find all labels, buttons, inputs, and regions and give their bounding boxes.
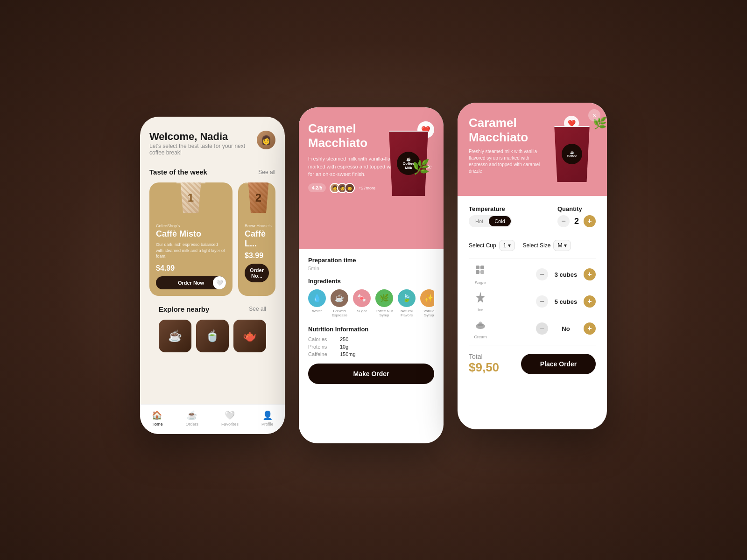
divider-1	[469, 235, 596, 235]
quantity-value: 2	[574, 217, 579, 226]
sugar-plus[interactable]: +	[584, 268, 596, 280]
espresso-icon: ☕	[331, 289, 348, 307]
qty-minus-btn[interactable]: −	[557, 215, 570, 227]
ing-vanilla: ✨ Vanilla Syrup	[420, 289, 434, 317]
explore-see-all[interactable]: See all	[249, 306, 266, 312]
make-order-button[interactable]: Make Order	[308, 364, 434, 384]
home-icon: 🏠	[152, 410, 162, 420]
natural-label: Natural Flavors	[398, 309, 416, 317]
svg-rect-3	[480, 270, 484, 274]
sugar-minus[interactable]: −	[536, 268, 548, 280]
sugar-icon: 🍬	[353, 289, 371, 307]
ing-toffee: 🌿 Toffee Nut Syrup	[375, 289, 393, 317]
nutrition-calories: Calories 250	[308, 336, 434, 342]
taste-week-title: Taste of the week	[149, 168, 207, 176]
card1-name: Caffè Misto	[156, 229, 226, 239]
reviewer-avatars: 👩 🧑 👨	[330, 183, 355, 193]
select-size-group: Select Size M ▾	[522, 240, 571, 251]
hot-btn[interactable]: Hot	[470, 216, 489, 226]
nav-favorites[interactable]: 🤍 Favorites	[221, 410, 239, 427]
select-size-label: Select Size	[522, 242, 550, 249]
nutrition-proteins: Proteins 10g	[308, 344, 434, 350]
explore-img-3[interactable]: 🫖	[233, 320, 266, 352]
sugar-ing-label: Sugar	[475, 280, 486, 285]
bottom-nav: 🏠 Home ☕ Orders 🤍 Favorites 👤 Profile	[140, 404, 285, 434]
ice-minus[interactable]: −	[536, 295, 548, 308]
ice-ingredient-icon	[474, 291, 487, 307]
taste-see-all[interactable]: See all	[258, 169, 275, 175]
cream-plus[interactable]: +	[584, 322, 596, 335]
svg-rect-1	[480, 266, 484, 269]
card1-desc: Our dark, rich espresso balanced with st…	[156, 242, 226, 259]
ing-water: 💧 Water	[308, 289, 326, 317]
vanilla-icon: ✨	[420, 289, 434, 307]
card2-price: $3.99	[245, 252, 269, 260]
cream-ing-label: Cream	[474, 335, 486, 339]
reviewer-more: +27more	[359, 186, 375, 190]
toffee-icon: 🌿	[375, 289, 393, 307]
select-cup-box[interactable]: 1 ▾	[499, 240, 515, 251]
prep-time: 5min	[308, 266, 434, 271]
avatar[interactable]: 👩	[257, 131, 275, 149]
nav-orders[interactable]: ☕ Orders	[185, 410, 198, 427]
proteins-key: Proteins	[308, 344, 336, 350]
card1-shop: CofeeShop's	[156, 224, 226, 228]
phone-home: Welcome, Nadia Let's select the best tas…	[140, 117, 285, 434]
reviewer-3: 👨	[345, 183, 355, 193]
leaves: 🌿	[412, 159, 430, 175]
temperature-section: Temperature Hot Cold	[469, 205, 512, 227]
card2-order[interactable]: Order No...	[245, 264, 269, 282]
toffee-label: Toffee Nut Syrup	[375, 309, 393, 317]
proteins-val: 10g	[340, 344, 348, 350]
card2-name: Caffè L...	[245, 229, 269, 249]
temp-toggle[interactable]: Hot Cold	[469, 215, 512, 227]
quantity-control: − 2 +	[557, 215, 596, 227]
taste-card-1[interactable]: 1 CofeeShop's Caffè Misto Our dark, rich…	[149, 182, 233, 296]
explore-img-1[interactable]: ☕	[159, 320, 191, 352]
nav-orders-label: Orders	[185, 422, 198, 427]
card1-price: $4.99	[156, 264, 226, 273]
select-size-box[interactable]: M ▾	[553, 240, 571, 251]
profile-icon: 👤	[262, 410, 273, 420]
select-cup-label: Select Cup	[469, 242, 496, 249]
order-desc: Freshly steamed milk with vanilla-flavor…	[469, 148, 543, 175]
order-config-body: Temperature Hot Cold Quantity − 2 +	[458, 196, 607, 384]
qty-label: Quantity	[557, 205, 596, 212]
explore-img-2[interactable]: 🍵	[196, 320, 229, 352]
taste-card-2[interactable]: 2 BrownHouse's Caffè L... $3.99 Order No…	[238, 182, 275, 296]
ice-plus[interactable]: +	[584, 295, 596, 308]
svg-marker-4	[476, 292, 485, 303]
ice-ing-label: Ice	[478, 308, 483, 312]
nav-favorites-label: Favorites	[221, 422, 239, 427]
vanilla-label: Vanilla Syrup	[420, 309, 434, 317]
quantity-section: Quantity − 2 +	[557, 205, 596, 227]
cold-btn[interactable]: Cold	[489, 216, 511, 226]
sugar-control: − 3 cubes +	[496, 268, 596, 280]
close-button[interactable]: ×	[588, 109, 600, 121]
select-size-value: M	[557, 242, 562, 249]
prep-label: Preparation time	[308, 257, 434, 264]
sugar-row: Sugar − 3 cubes +	[469, 264, 596, 285]
card1-heart[interactable]: 🤍	[213, 276, 226, 289]
cream-value: No	[552, 325, 580, 332]
calories-key: Calories	[308, 336, 336, 342]
nav-profile[interactable]: 👤 Profile	[261, 410, 274, 427]
nav-home[interactable]: 🏠 Home	[151, 410, 162, 427]
total-section: Total $9,50 Place Order	[469, 353, 596, 375]
caffeine-val: 150mg	[340, 351, 356, 357]
ice-value: 5 cubes	[552, 298, 580, 305]
size-chevron-icon: ▾	[564, 242, 567, 249]
select-cup-value: 1	[503, 242, 507, 249]
ing-sugar: 🍬 Sugar	[353, 289, 371, 317]
divider-2	[469, 259, 596, 259]
calories-val: 250	[340, 336, 348, 342]
qty-plus-btn[interactable]: +	[584, 215, 596, 227]
espresso-label: Brewed Espresso	[331, 309, 348, 317]
ing-label: Ingredients	[308, 278, 434, 285]
ing-espresso: ☕ Brewed Espresso	[331, 289, 348, 317]
place-order-button[interactable]: Place Order	[521, 354, 596, 374]
ingredients-grid: 💧 Water ☕ Brewed Espresso 🍬 Sugar 🌿 Toff…	[308, 289, 434, 319]
cream-minus[interactable]: −	[536, 322, 548, 335]
phone-detail: CaramelMacchiato Freshly steamed milk wi…	[299, 107, 444, 443]
select-cup-group: Select Cup 1 ▾	[469, 240, 515, 251]
